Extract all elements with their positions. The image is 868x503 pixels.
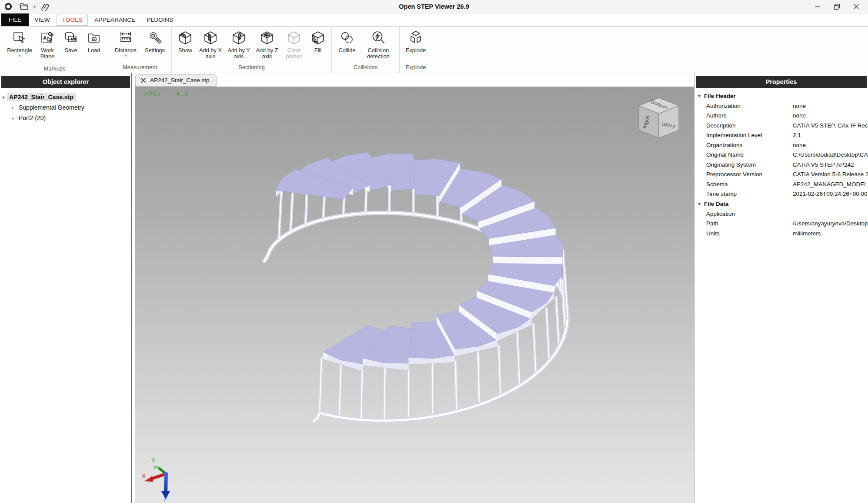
window-controls (815, 3, 868, 10)
restore-button[interactable] (834, 3, 840, 10)
section-fill-button[interactable]: Fill (308, 29, 327, 54)
section-expander-icon[interactable]: ▾ (694, 201, 704, 206)
menu-plugins[interactable]: PLUGINS (141, 13, 179, 26)
menu-view[interactable]: VIEW (29, 13, 55, 26)
tree-item-root[interactable]: ▾ AP242_Stair_Case.stp (0, 92, 131, 102)
svg-text:Z: Z (164, 496, 167, 502)
settings-icon (147, 30, 163, 46)
collision-detection-icon (371, 30, 386, 46)
rectangle-markup-button[interactable]: Rectangle ▾ (5, 29, 34, 58)
titlebar-separator (16, 3, 16, 10)
ribbon-toolbar: Rectangle ▾ A Work Plane (0, 27, 868, 73)
viewport-area: AP242_Stair_Case.stp FPS:4.9 Bottom Righ… (132, 73, 694, 503)
rectangle-markup-icon (12, 30, 27, 46)
object-explorer-panel: Object explorer ▾ AP242_Stair_Case.stp ▸… (0, 73, 132, 503)
menu-tools[interactable]: TOOLS (57, 14, 88, 26)
section-clear-planes-button[interactable]: Clear planes (283, 29, 305, 60)
section-add-z-button[interactable]: Add by Z axis (254, 29, 280, 60)
open-file-button[interactable] (19, 3, 29, 10)
property-row: Implementation Level 2;1 (694, 131, 868, 141)
property-row: Authorization none (694, 101, 868, 111)
property-row: Time stamp 2021-02-26T09:24:26+00:00 (694, 189, 868, 199)
section-file-data[interactable]: ▾ File Data (694, 199, 868, 209)
save-button[interactable]: Save (61, 29, 81, 58)
expander-closed-icon[interactable]: ▸ (10, 116, 17, 121)
distance-button[interactable]: Distance ▾ (112, 29, 139, 58)
object-tree: ▾ AP242_Stair_Case.stp ▸ Supplemental Ge… (0, 88, 131, 127)
expander-open-icon[interactable]: ▾ (0, 95, 7, 100)
titlebar: ▾ Open STEP Viewer 26.9 (0, 0, 868, 13)
section-add-y-button[interactable]: Add by Y axis (226, 29, 251, 60)
stair-model[interactable] (135, 87, 694, 503)
menu-file[interactable]: FILE (1, 13, 29, 26)
viewport-tab[interactable]: AP242_Stair_Case.stp (135, 74, 217, 87)
section-clear-planes-icon (286, 30, 302, 46)
section-add-x-button[interactable]: Add by X axis (198, 29, 223, 60)
open-file-dropdown[interactable]: ▾ (32, 4, 37, 10)
work-plane-icon: A (40, 30, 55, 46)
property-row: Units millimeters (694, 228, 868, 238)
svg-text:X: X (142, 473, 146, 480)
titlebar-quick-actions: ▾ (0, 2, 50, 11)
properties-grid: ▾ File Header Authorization none Authors… (694, 88, 868, 238)
collision-detection-button[interactable]: Collision detection (361, 29, 395, 60)
ribbon-group-sectioning: Show Add by X axis Add (172, 27, 332, 73)
property-row: Path /Users/anyayuryeva/Desktop/ (694, 219, 868, 229)
menu-appearance[interactable]: APPEARANCE (89, 13, 141, 26)
minimize-button[interactable] (815, 3, 821, 10)
settings-button[interactable]: Settings (142, 29, 167, 58)
window-title: Open STEP Viewer 26.9 (0, 3, 868, 10)
attach-button[interactable] (40, 2, 50, 11)
property-row: Application (694, 209, 868, 219)
collide-icon (339, 30, 355, 46)
expander-closed-icon[interactable]: ▸ (10, 105, 17, 110)
explode-button[interactable]: Explode (404, 29, 428, 54)
save-icon (63, 30, 79, 46)
ribbon-group-label: Collisions (336, 64, 395, 73)
work-plane-button[interactable]: A Work Plane (37, 29, 58, 65)
explode-icon (408, 30, 424, 46)
property-row: Authors none (694, 111, 868, 121)
tree-item-supplemental-geometry[interactable]: ▸ Supplemental Geometry (0, 102, 131, 113)
property-row: Preprocessor Version CATIA Version 5-6 R… (694, 170, 868, 180)
axis-triad: Y X Z (141, 456, 181, 502)
section-file-header[interactable]: ▾ File Header (694, 91, 868, 101)
tree-item-part2[interactable]: ▸ Part2 (20) (0, 113, 131, 123)
ribbon-group-label: Measurement (112, 64, 167, 73)
properties-header: Properties (696, 76, 867, 88)
main-area: Object explorer ▾ AP242_Stair_Case.stp ▸… (0, 73, 868, 503)
section-add-x-icon (203, 30, 218, 46)
svg-text:A: A (43, 35, 47, 40)
viewport-tab-label: AP242_Stair_Case.stp (150, 77, 210, 84)
ribbon-group-label: Explode (404, 64, 428, 73)
section-show-icon (177, 30, 193, 46)
rectangle-dropdown-caret[interactable]: ▾ (19, 54, 21, 58)
property-row: Schema AP242_MANAGED_MODEL_EDITION (694, 179, 868, 189)
section-expander-icon[interactable]: ▾ (694, 94, 704, 98)
section-fill-icon (310, 30, 326, 46)
viewport-3d[interactable]: FPS:4.9 Bottom Right Front (135, 87, 694, 503)
property-row: Original Name C:\Users\dodiad\Desktop\CA… (694, 150, 868, 160)
fps-counter: FPS:4.9 (145, 91, 188, 97)
close-button[interactable] (853, 3, 859, 10)
properties-panel: Properties ▾ File Header Authorization n… (694, 73, 868, 503)
tab-close-icon[interactable] (140, 77, 146, 83)
ribbon-group-markups: Rectangle ▾ A Work Plane (1, 27, 108, 73)
ribbon-group-measurement: Distance ▾ Settings Measurement (108, 27, 172, 73)
property-row: Originating System CATIA V5 STEP AP242 (694, 160, 868, 170)
app-logo-icon[interactable] (4, 2, 13, 11)
section-add-z-icon (259, 30, 275, 46)
app-window: ▾ Open STEP Viewer 26.9 (0, 0, 868, 503)
navigation-cube[interactable]: Bottom Right Front (635, 96, 683, 141)
object-explorer-header: Object explorer (1, 76, 130, 88)
section-add-y-icon (231, 30, 247, 46)
distance-dropdown-caret[interactable]: ▾ (125, 54, 127, 58)
ribbon-group-label: Markups (5, 65, 104, 74)
svg-text:Y: Y (151, 457, 156, 464)
load-button[interactable]: Load (84, 29, 104, 58)
load-icon (86, 30, 102, 46)
menubar: FILE VIEW TOOLS APPEARANCE PLUGINS (0, 13, 868, 27)
property-row: Organizations none (694, 140, 868, 150)
section-show-button[interactable]: Show (176, 29, 195, 54)
collide-button[interactable]: Collide (336, 29, 358, 54)
